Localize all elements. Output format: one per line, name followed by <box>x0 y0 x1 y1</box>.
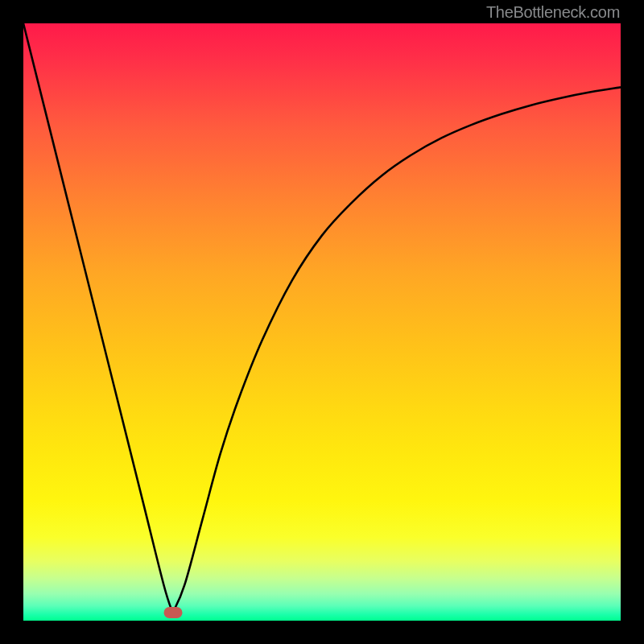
attribution-text: TheBottleneck.com <box>486 3 620 22</box>
minimum-marker <box>163 607 182 618</box>
plot-area <box>23 23 621 621</box>
bottleneck-curve <box>23 23 621 621</box>
chart-frame: TheBottleneck.com <box>0 0 644 644</box>
